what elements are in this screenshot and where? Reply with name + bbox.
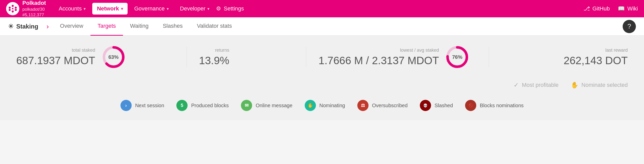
total-staked-label: total staked <box>16 48 95 53</box>
sub-navigation: ✳ Staking › Overview Targets Waiting Sla… <box>0 17 644 36</box>
tab-slashes[interactable]: Slashes <box>156 17 190 36</box>
legend-online-message[interactable]: ✉ Online message <box>241 100 293 111</box>
blocks-nominations-label: Blocks nominations <box>480 103 524 108</box>
brand-sub1: polkadot/30 <box>22 7 46 12</box>
nominating-badge: ✋ <box>305 100 316 111</box>
next-session-badge: › <box>120 100 132 111</box>
slashed-badge: 💀 <box>420 100 431 111</box>
github-icon: ⎇ <box>584 5 590 12</box>
most-profitable-label: Most profitable <box>522 82 558 88</box>
network-chevron-icon: ▾ <box>121 6 123 11</box>
tab-waiting[interactable]: Waiting <box>123 17 156 36</box>
stat-divider-3 <box>489 47 489 67</box>
svg-point-4 <box>9 9 11 11</box>
legend-produced-blocks[interactable]: 5 Produced blocks <box>176 100 229 111</box>
github-label: GitHub <box>592 5 610 12</box>
legend-next-session[interactable]: › Next session <box>120 100 164 111</box>
stat-total-staked: total staked 687.1937 MDOT 63% <box>16 45 174 69</box>
check-icon: ✓ <box>514 81 519 89</box>
returns-text: returns 13.9% <box>199 48 229 67</box>
legend-slashed[interactable]: 💀 Slashed <box>420 100 453 111</box>
legend-row: › Next session 5 Produced blocks ✉ Onlin… <box>0 94 644 120</box>
nav-wiki[interactable]: 📖 Wiki <box>618 5 638 12</box>
nav-network[interactable]: Network ▾ <box>92 3 128 15</box>
subnav-section: ✳ Staking <box>8 22 38 30</box>
legend-nominating[interactable]: ✋ Nominating <box>305 100 345 111</box>
brand-name: Polkadot <box>22 0 46 7</box>
lowest-avg-pct: 76% <box>452 54 462 60</box>
total-staked-text: total staked 687.1937 MDOT <box>16 48 95 67</box>
nominate-selected-label: Nominate selected <box>581 82 628 88</box>
svg-point-3 <box>15 7 17 9</box>
nav-governance[interactable]: Governance ▾ <box>130 3 173 15</box>
last-reward-value: 262,143 DOT <box>564 54 628 67</box>
total-staked-value: 687.1937 MDOT <box>16 54 95 67</box>
hand-icon: ✋ <box>571 81 578 89</box>
produced-blocks-badge: 5 <box>176 100 188 111</box>
settings-gear-icon: ⚙ <box>216 5 221 12</box>
stat-lowest-avg: lowest / avg staked 1.7666 M / 2.3137 MD… <box>318 45 477 69</box>
wiki-icon: 📖 <box>618 5 625 12</box>
brand-info: Polkadot polkadot/30 #5,112,377 <box>22 0 46 18</box>
legend-oversubscribed[interactable]: ⚖ Oversubscribed <box>357 100 408 111</box>
tab-overview[interactable]: Overview <box>53 17 90 36</box>
online-message-badge: ✉ <box>241 100 252 111</box>
nav-developer[interactable]: Developer ▾ <box>175 3 214 15</box>
subnav-title: Staking <box>16 23 38 30</box>
returns-label: returns <box>199 48 229 53</box>
stat-divider-2 <box>306 47 306 67</box>
svg-point-0 <box>12 5 14 7</box>
nominating-label: Nominating <box>319 103 345 108</box>
total-staked-donut: 63% <box>101 45 126 69</box>
brand-logo-area[interactable]: Polkadot polkadot/30 #5,112,377 <box>6 0 46 18</box>
svg-point-5 <box>15 9 17 11</box>
staking-icon: ✳ <box>8 22 14 30</box>
oversubscribed-label: Oversubscribed <box>372 103 408 108</box>
lowest-avg-text: lowest / avg staked 1.7666 M / 2.3137 MD… <box>318 48 439 67</box>
blocks-nominations-badge: 🚫 <box>465 100 476 111</box>
accounts-label: Accounts <box>59 5 82 12</box>
svg-point-1 <box>12 10 14 12</box>
legend-blocks-nominations[interactable]: 🚫 Blocks nominations <box>465 100 524 111</box>
nav-right: ⎇ GitHub 📖 Wiki <box>584 5 638 12</box>
brand-logo <box>6 2 19 15</box>
lowest-avg-donut: 76% <box>445 45 469 69</box>
subnav-tabs: Overview Targets Waiting Slashes Validat… <box>53 17 239 35</box>
stat-divider-1 <box>187 47 187 67</box>
help-button[interactable]: ? <box>623 20 636 33</box>
accounts-chevron-icon: ▾ <box>84 6 86 11</box>
svg-point-2 <box>9 7 11 9</box>
stat-last-reward: last reward 262,143 DOT <box>501 48 628 67</box>
stat-returns: returns 13.9% <box>199 48 294 67</box>
developer-label: Developer <box>180 5 205 12</box>
svg-point-6 <box>12 8 13 9</box>
nav-items: Accounts ▾ Network ▾ Governance ▾ Develo… <box>54 3 584 15</box>
nominate-selected-btn[interactable]: ✋ Nominate selected <box>571 81 628 89</box>
top-navigation: Polkadot polkadot/30 #5,112,377 Accounts… <box>0 0 644 17</box>
governance-chevron-icon: ▾ <box>167 6 169 11</box>
lowest-avg-label: lowest / avg staked <box>318 48 439 53</box>
slashed-label: Slashed <box>435 103 453 108</box>
tab-targets[interactable]: Targets <box>90 17 123 36</box>
last-reward-label: last reward <box>564 48 628 53</box>
tab-validator-stats[interactable]: Validator stats <box>190 17 239 36</box>
wiki-label: Wiki <box>627 5 638 12</box>
last-reward-text: last reward 262,143 DOT <box>564 48 628 67</box>
most-profitable-btn[interactable]: ✓ Most profitable <box>514 81 558 89</box>
produced-blocks-label: Produced blocks <box>191 103 229 108</box>
lowest-avg-value: 1.7666 M / 2.3137 MDOT <box>318 54 439 67</box>
total-staked-pct: 63% <box>108 54 118 60</box>
governance-label: Governance <box>134 5 165 12</box>
subnav-divider: › <box>47 22 49 31</box>
returns-value: 13.9% <box>199 54 229 67</box>
settings-label: Settings <box>224 5 244 12</box>
nav-settings[interactable]: ⚙ Settings <box>216 5 244 12</box>
actions-row: ✓ Most profitable ✋ Nominate selected <box>0 78 644 94</box>
nav-accounts[interactable]: Accounts ▾ <box>54 3 90 15</box>
online-message-label: Online message <box>256 103 293 108</box>
network-label: Network <box>97 5 119 12</box>
stats-bar: total staked 687.1937 MDOT 63% returns 1… <box>0 36 644 78</box>
next-session-label: Next session <box>135 103 164 108</box>
developer-chevron-icon: ▾ <box>207 6 209 11</box>
nav-github[interactable]: ⎇ GitHub <box>584 5 610 12</box>
